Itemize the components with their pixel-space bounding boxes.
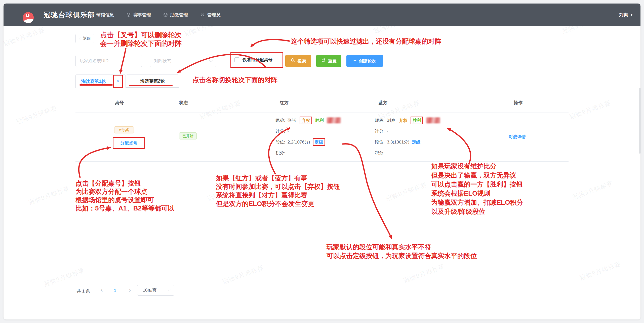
- pagination-page-1[interactable]: 1: [114, 288, 116, 293]
- player-search-input[interactable]: [80, 58, 138, 63]
- nav-item-event-manage[interactable]: 赛事管理: [126, 12, 151, 18]
- points-label: 积分:: [275, 150, 285, 156]
- top-navbar: 9 冠驰台球俱乐部 球馆信息: [4, 4, 640, 26]
- annotation-line: 玩家默认的段位可能和真实水平不符: [327, 243, 477, 252]
- annotation-line: 会一并删除轮次下面的对阵: [100, 39, 182, 48]
- blue-rank-line: 段位: 3.3(1301分) 定级: [375, 139, 440, 145]
- annotation-line: 比如：5号桌、A1、B2等等都可以: [75, 204, 174, 212]
- page: 冠驰9月锦标赛 冠驰9月锦标赛 冠驰9月锦标赛 冠驰9月锦标赛 冠驰9月锦标赛 …: [0, 0, 644, 323]
- score-label: 计分:: [275, 128, 285, 134]
- refresh-icon: [321, 58, 326, 64]
- pagination-total: 共 1 条: [77, 288, 90, 294]
- rank-label: 段位:: [375, 139, 385, 145]
- blue-side-cell: 昵称: 刘爽 弃权 胜利 计分: - 段位: 3.3(1301分) 定级 积分:…: [375, 117, 440, 161]
- nav-item-label: 助教管理: [170, 12, 188, 18]
- blue-score: -: [387, 129, 388, 134]
- coach-icon: [163, 12, 168, 17]
- assign-table-button[interactable]: 分配桌号: [120, 140, 137, 146]
- score-label: 计分:: [375, 128, 385, 134]
- pagination-prev-button[interactable]: ‹: [101, 286, 103, 294]
- blue-nickname: 刘爽: [387, 118, 395, 123]
- red-forfeit-button[interactable]: 弃权: [300, 117, 312, 124]
- blue-forfeit-button[interactable]: 弃权: [399, 118, 408, 123]
- player-search-field[interactable]: [75, 55, 142, 67]
- red-victory-button[interactable]: 胜利: [315, 118, 324, 123]
- annotation-underline: [129, 85, 173, 86]
- annotation-line: 可以点击定级按钮，为玩家设置符合真实水平的段位: [327, 252, 477, 260]
- blue-nickname-line: 昵称: 刘爽 弃权 胜利: [375, 117, 440, 123]
- only-unassigned-checkbox[interactable]: [234, 57, 239, 62]
- red-score-line: 计分: -: [275, 128, 341, 134]
- nav-item-admin[interactable]: 管理员: [200, 12, 221, 18]
- annotation-line: 这个筛选项可以快速过滤出，还没有分配球桌的对阵: [291, 37, 441, 46]
- annotation-underline: [79, 84, 113, 86]
- back-label: 返回: [83, 36, 91, 41]
- reset-label: 重置: [328, 58, 337, 64]
- nav-menu: 球馆信息 赛事管理 助教管理: [89, 4, 221, 26]
- brand-title: 冠驰台球俱乐部: [44, 4, 95, 26]
- chevron-down-icon: [168, 288, 171, 291]
- only-unassigned-label[interactable]: 仅看待分配桌号: [243, 57, 272, 63]
- red-set-rank-button[interactable]: 定级: [313, 138, 325, 146]
- scrollbar-thumb[interactable]: [639, 88, 641, 154]
- red-side-cell: 昵称: 张张 弃权 胜利 计分: - 段位: 2.2(1076分) 定级 积分:…: [275, 117, 341, 161]
- annotation-victory-tip: 如果玩家没有维护比分 但是决出了输赢，双方无异议 可以点击赢的一方【胜利】按钮 …: [431, 162, 523, 216]
- match-status-placeholder: 对阵状态: [154, 58, 171, 64]
- match-detail-link[interactable]: 对战详情: [509, 134, 526, 140]
- red-points-line: 积分: -: [275, 150, 341, 156]
- annotation-line: 点击名称切换轮次下面的对阵: [192, 76, 277, 84]
- annotation-line: 如果【红方】或者【蓝方】有事: [216, 174, 340, 182]
- col-header-status: 状态: [179, 100, 188, 106]
- annotation-line: 为输赢双方增加、扣减ELO积分: [431, 198, 523, 207]
- search-button[interactable]: 搜索: [285, 55, 311, 67]
- status-badge: 已开始: [179, 132, 197, 139]
- blue-set-rank-button[interactable]: 定级: [412, 139, 421, 145]
- nav-item-label: 赛事管理: [133, 12, 151, 18]
- blue-points: -: [387, 150, 388, 155]
- match-status-select[interactable]: 对阵状态: [150, 55, 216, 67]
- nav-item-venue-info[interactable]: 球馆信息: [89, 12, 114, 18]
- annotation-line: 根据场馆里的桌号设置即可: [75, 196, 174, 204]
- red-nickname: 张张: [288, 118, 296, 123]
- blue-score-line: 计分: -: [375, 128, 440, 134]
- page-size-value: 10条/页: [143, 288, 156, 293]
- trophy-icon: [126, 12, 131, 17]
- annotation-line: 系统将直接判【对方】赢得比赛: [216, 191, 340, 199]
- chevron-left-icon: [79, 37, 82, 40]
- user-menu[interactable]: 刘爽 ▼: [619, 4, 633, 26]
- tab-close-icon[interactable]: ×: [116, 79, 119, 84]
- blue-points-line: 积分: -: [375, 150, 440, 156]
- annotation-delete-round: 点击【叉号】可以删除轮次 会一并删除轮次下面的对阵: [100, 31, 182, 48]
- tab-close-highlight: ×: [113, 75, 123, 88]
- rank-label: 段位:: [275, 139, 285, 145]
- user-name: 刘爽: [619, 12, 628, 18]
- annotation-forfeit-tip: 如果【红方】或者【蓝方】有事 没有时间参加比赛，可以点击【弃权】按钮 系统将直接…: [216, 174, 340, 208]
- annotation-rank-tip: 玩家默认的段位可能和真实水平不符 可以点击定级按钮，为玩家设置符合真实水平的段位: [327, 243, 477, 260]
- chevron-down-icon: [209, 59, 213, 62]
- table-header-divider: [75, 113, 569, 113]
- nav-item-coach-manage[interactable]: 助教管理: [163, 12, 188, 18]
- annotation-line: 但是决出了输赢，双方无异议: [431, 171, 523, 180]
- red-nickname-line: 昵称: 张张 弃权 胜利: [275, 117, 341, 123]
- plus-icon: +: [353, 58, 356, 64]
- col-header-actions: 操作: [514, 100, 522, 106]
- annotation-line: 系统会根据ELO规则: [431, 189, 523, 198]
- pagination-next-button[interactable]: ›: [129, 286, 131, 294]
- red-points: -: [288, 150, 289, 155]
- person-icon: [200, 12, 205, 17]
- tab-round-2-label[interactable]: 海选赛第2轮: [140, 78, 165, 84]
- annotation-line: 以及升级/降级段位: [431, 207, 523, 216]
- back-button[interactable]: 返回: [75, 34, 94, 43]
- logo-ball-number: 9: [26, 14, 29, 17]
- page-size-select[interactable]: 10条/页: [137, 285, 174, 296]
- annotation-line: 为比赛双方分配一个球桌: [75, 188, 174, 196]
- create-round-button[interactable]: + 创建轮次: [346, 55, 383, 67]
- reset-button[interactable]: 重置: [316, 55, 341, 67]
- annotation-line: 可以点击赢的一方【胜利】按钮: [431, 180, 523, 189]
- nav-item-label: 球馆信息: [96, 12, 114, 18]
- tab-round-1-label[interactable]: 淘汰赛第1轮: [81, 78, 106, 84]
- nickname-label: 昵称:: [375, 118, 385, 123]
- club-logo: 9: [23, 12, 34, 23]
- nav-item-label: 管理员: [207, 12, 221, 18]
- blue-victory-button[interactable]: 胜利: [411, 117, 423, 124]
